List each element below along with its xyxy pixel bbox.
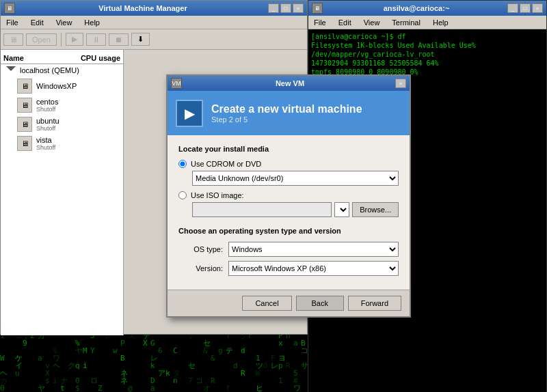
terminal-minimize[interactable]: _	[507, 3, 518, 13]
newvm-dialog: VM New VM × ▶ Create a new virtual machi…	[166, 74, 411, 318]
cdrom-radio[interactable]	[178, 160, 187, 168]
terminal-icon: 🖥	[312, 3, 323, 14]
list-item[interactable]: 🖥 vista Shutoff	[1, 134, 123, 153]
vmm-title: Virtual Machine Manager	[18, 4, 268, 12]
maximize-btn[interactable]: □	[280, 3, 291, 13]
iso-dropdown[interactable]	[334, 202, 349, 217]
browse-button[interactable]: Browse...	[352, 202, 399, 217]
menu-help[interactable]: Help	[81, 18, 103, 27]
iso-path-input[interactable]	[192, 202, 332, 217]
locate-media-title: Locate your install media	[178, 145, 399, 153]
newvm-close[interactable]: ×	[395, 79, 406, 88]
newvm-header-title: Create a new virtual machine	[211, 103, 362, 115]
newvm-titlebar: VM New VM ×	[168, 76, 410, 91]
expand-triangle	[6, 66, 16, 74]
toolbar-sep	[61, 33, 62, 46]
close-btn[interactable]: ×	[293, 3, 304, 13]
os-version-label: Version:	[178, 264, 223, 272]
toolbar-icon-btn[interactable]: 🖥	[3, 33, 23, 46]
vm-status-4: Shutoff	[36, 144, 55, 151]
iso-radio[interactable]	[178, 191, 187, 199]
vm-info-3: ubuntu Shutoff	[36, 117, 59, 132]
list-item[interactable]: 🖥 centos Shutoff	[1, 96, 123, 115]
stop-btn[interactable]: ⏹	[109, 33, 129, 46]
iso-radio-label[interactable]: Use ISO image:	[178, 191, 399, 199]
play-btn[interactable]: ▶	[66, 33, 83, 46]
terminal-menu-file[interactable]: File	[311, 18, 329, 27]
terminal-menu-view[interactable]: View	[361, 18, 383, 27]
os-section-title: Choose an operating systen type and vers…	[178, 227, 399, 235]
list-item[interactable]: 🖥 ubuntu Shutoff	[1, 115, 123, 134]
iso-label-text: Use ISO image:	[191, 191, 244, 199]
back-button[interactable]: Back	[296, 296, 344, 311]
open-label: Open	[32, 36, 51, 44]
cdrom-dropdown-row: Media Unknown (/dev/sr0)	[192, 171, 399, 186]
os-version-select[interactable]: Microsoft Windows XP (x86)	[228, 261, 399, 276]
cdrom-radio-group: Use CDROM or DVD Media Unknown (/dev/sr0…	[178, 160, 399, 186]
extra-btn[interactable]: ⬇	[131, 33, 150, 46]
newvm-title: New VM	[185, 79, 395, 87]
newvm-footer: Cancel Back Forward	[168, 290, 410, 316]
vm-name-3: ubuntu	[36, 117, 59, 125]
vmm-menubar: File Edit View Help	[1, 16, 307, 29]
terminal-menubar: File Edit View Terminal Help	[308, 16, 546, 29]
vm-icon-4: 🖥	[17, 136, 32, 151]
terminal-line-2: Filesystem 1K-blocks Used Available Use%	[311, 41, 544, 50]
terminal-maximize[interactable]: □	[520, 3, 531, 13]
terminal-menu-edit[interactable]: Edit	[336, 18, 354, 27]
vm-info-2: centos Shutoff	[36, 98, 58, 113]
newvm-header-icon: ▶	[176, 100, 203, 127]
vm-icon-1: 🖥	[17, 79, 32, 94]
menu-edit[interactable]: Edit	[28, 18, 46, 27]
col-cpu: CPU usage	[81, 54, 120, 62]
vm-name-2: centos	[36, 98, 58, 106]
vm-name-4: vista	[36, 136, 55, 144]
os-type-label: OS type:	[178, 245, 223, 253]
newvm-header-text: Create a new virtual machine Step 2 of 5	[211, 103, 362, 124]
open-btn[interactable]: Open	[26, 33, 57, 46]
cdrom-select[interactable]: Media Unknown (/dev/sr0)	[192, 171, 399, 186]
terminal-titlebar: 🖥 ansilva@carioca:~ _ □ ×	[308, 1, 546, 16]
iso-input-row: Browse...	[192, 202, 399, 217]
sidebar-host[interactable]: localhost (QEMU)	[1, 64, 123, 76]
os-section: Choose an operating systen type and vers…	[178, 227, 399, 276]
vmm-controls: _ □ ×	[268, 3, 304, 13]
vm-name-1: WindowsXP	[36, 82, 77, 90]
terminal-menu-help[interactable]: Help	[430, 18, 451, 27]
newvm-icon: VM	[171, 78, 182, 89]
forward-button[interactable]: Forward	[348, 296, 401, 311]
host-label: localhost (QEMU)	[20, 66, 79, 74]
terminal-title: ansilva@carioca:~	[325, 4, 507, 12]
cdrom-radio-label[interactable]: Use CDROM or DVD	[178, 160, 399, 168]
menu-view[interactable]: View	[53, 18, 75, 27]
column-headers: Name CPU usage	[1, 53, 123, 64]
os-type-row: OS type: Windows	[178, 242, 399, 257]
vm-icon-3: 🖥	[17, 117, 32, 132]
vmm-sidebar: Name CPU usage localhost (QEMU) 🖥 Window…	[1, 50, 124, 335]
terminal-line-1: [ansilva@carioca ~]$ df	[311, 32, 544, 41]
vm-info-1: WindowsXP	[36, 82, 77, 90]
newvm-header: ▶ Create a new virtual machine Step 2 of…	[168, 91, 410, 135]
os-version-row: Version: Microsoft Windows XP (x86)	[178, 261, 399, 276]
vmm-icon: 🖥	[4, 3, 15, 14]
pause-btn[interactable]: ⏸	[86, 33, 106, 46]
cdrom-label-text: Use CDROM or DVD	[191, 160, 261, 168]
list-item[interactable]: 🖥 WindowsXP	[1, 76, 123, 96]
cancel-button[interactable]: Cancel	[242, 296, 291, 311]
menu-file[interactable]: File	[3, 18, 21, 27]
vmm-toolbar: 🖥 Open ▶ ⏸ ⏹ ⬇	[1, 29, 307, 50]
play-icon: ▶	[185, 105, 195, 122]
terminal-line-4: 147302904 93301168 52505584 64%	[311, 59, 544, 68]
vm-status-3: Shutoff	[36, 125, 59, 132]
terminal-close[interactable]: ×	[532, 3, 543, 13]
newvm-header-step: Step 2 of 5	[211, 115, 362, 124]
os-type-select[interactable]: Windows	[228, 242, 399, 257]
terminal-menu-terminal[interactable]: Terminal	[389, 18, 423, 27]
newvm-body: Locate your install media Use CDROM or D…	[168, 135, 410, 290]
terminal-line-3: /dev/mapper/vg_carioca-lv_root	[311, 50, 544, 59]
newvm-controls: ×	[395, 79, 406, 88]
vm-icon-small: 🖥	[10, 36, 17, 44]
minimize-btn[interactable]: _	[268, 3, 279, 13]
col-name: Name	[3, 54, 74, 62]
terminal-controls: _ □ ×	[507, 3, 543, 13]
